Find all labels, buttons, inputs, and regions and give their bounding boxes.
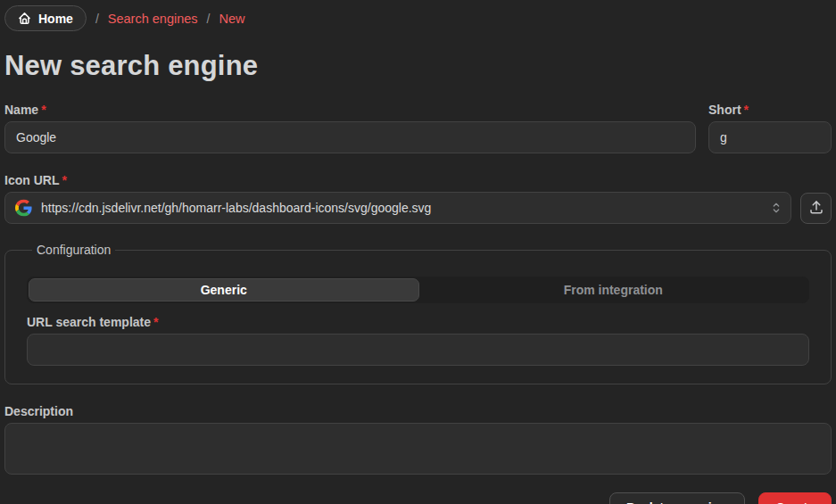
back-to-overview-button[interactable]: Back to overview: [609, 492, 745, 504]
icon-url-field-group: Icon URL*: [4, 173, 832, 224]
required-asterisk: *: [153, 315, 158, 329]
breadcrumb-link-new[interactable]: New: [219, 12, 244, 26]
icon-url-input[interactable]: [4, 192, 791, 224]
name-input[interactable]: [4, 121, 696, 153]
breadcrumb-separator: /: [207, 12, 211, 26]
breadcrumb-home-button[interactable]: Home: [4, 5, 87, 31]
description-textarea[interactable]: [4, 423, 832, 475]
home-icon: [18, 12, 31, 25]
name-label: Name*: [4, 103, 696, 117]
upload-icon: [808, 199, 824, 218]
description-label: Description: [4, 404, 832, 418]
page-title: New search engine: [4, 50, 832, 82]
required-asterisk: *: [744, 103, 749, 117]
icon-url-label: Icon URL*: [4, 173, 832, 187]
configuration-tabs: Generic From integration: [27, 277, 809, 303]
breadcrumb-home-label: Home: [38, 12, 73, 26]
breadcrumb: Home / Search engines / New: [4, 5, 832, 31]
short-label: Short*: [708, 103, 832, 117]
url-template-label: URL search template*: [27, 315, 809, 329]
name-label-text: Name: [4, 103, 38, 117]
icon-url-select[interactable]: [4, 192, 791, 224]
tab-generic[interactable]: Generic: [29, 278, 419, 302]
configuration-fieldset: Configuration Generic From integration U…: [4, 243, 832, 384]
url-template-label-text: URL search template: [27, 315, 151, 329]
tab-from-integration[interactable]: From integration: [419, 278, 808, 302]
create-button[interactable]: Create: [758, 492, 832, 504]
short-field-group: Short*: [708, 103, 832, 153]
required-asterisk: *: [62, 173, 66, 187]
upload-icon-button[interactable]: [800, 193, 832, 224]
url-template-input[interactable]: [27, 334, 809, 366]
google-logo-icon: [15, 200, 32, 217]
description-field-group: Description: [4, 404, 832, 478]
footer-actions: Back to overview Create: [4, 492, 832, 504]
required-asterisk: *: [41, 103, 46, 117]
name-short-row: Name* Short*: [4, 103, 832, 153]
breadcrumb-separator: /: [95, 12, 99, 26]
breadcrumb-link-search-engines[interactable]: Search engines: [108, 12, 198, 26]
url-template-field-group: URL search template*: [27, 315, 809, 366]
short-input[interactable]: [708, 121, 832, 153]
short-label-text: Short: [708, 103, 741, 117]
name-field-group: Name*: [4, 103, 696, 153]
configuration-legend: Configuration: [32, 243, 115, 257]
icon-url-label-text: Icon URL: [4, 173, 59, 187]
